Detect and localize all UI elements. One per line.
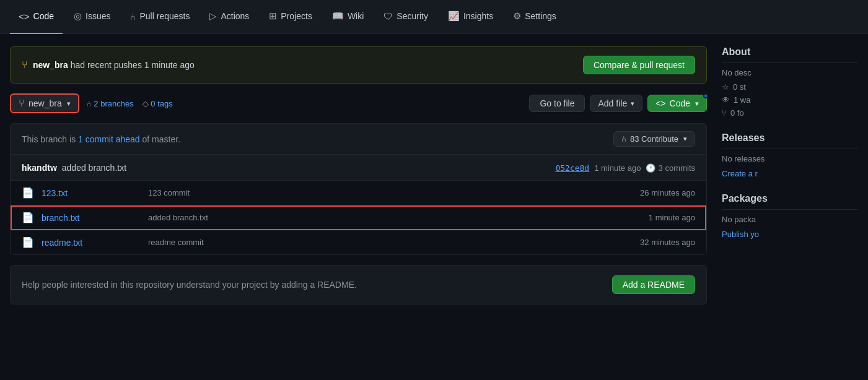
releases-section: Releases No releases Create a r bbox=[722, 132, 858, 178]
commits-history-link[interactable]: 🕐 3 commits bbox=[646, 163, 695, 173]
file-name-branch[interactable]: branch.txt bbox=[42, 213, 141, 223]
add-file-label: Add file bbox=[598, 98, 627, 108]
push-banner: ⑂ new_bra had recent pushes 1 minute ago… bbox=[10, 46, 707, 84]
nav-wiki-label: Wiki bbox=[348, 11, 364, 21]
tags-label: tags bbox=[157, 99, 173, 108]
main-container: ⑂ new_bra had recent pushes 1 minute ago… bbox=[0, 34, 868, 304]
tags-icon: ◇ bbox=[142, 99, 149, 108]
branch-name-highlight: new_bra bbox=[33, 60, 68, 70]
nav-issues[interactable]: ◎ Issues bbox=[65, 0, 119, 34]
branch-dropdown-icon: ▾ bbox=[67, 100, 71, 108]
code-icon: <> bbox=[19, 11, 30, 22]
packages-section: Packages No packa Publish yo bbox=[722, 193, 858, 239]
commit-meta: 052ce8d 1 minute ago 🕐 3 commits bbox=[555, 163, 695, 173]
file-name-123[interactable]: 123.txt bbox=[42, 188, 141, 198]
branches-icon: ⑃ bbox=[87, 99, 92, 108]
commit-hash-link[interactable]: 052ce8d bbox=[555, 163, 589, 173]
file-icon-123: 📄 bbox=[22, 187, 34, 199]
branches-label: branches bbox=[100, 99, 133, 108]
nav-pull-requests-label: Pull requests bbox=[139, 11, 190, 21]
nav-actions[interactable]: ▷ Actions bbox=[201, 0, 258, 34]
branch-selector-icon: ⑂ bbox=[19, 98, 25, 109]
file-row-readme: 📄 readme.txt readme commit 32 minutes ag… bbox=[11, 230, 706, 254]
add-file-button[interactable]: Add file ▾ bbox=[590, 95, 642, 112]
branch-selector[interactable]: ⑂ new_bra ▾ bbox=[10, 93, 79, 113]
forks-stat: ⑂ 0 fo bbox=[722, 108, 858, 118]
forks-value: 0 fo bbox=[730, 108, 744, 118]
stars-stat: ☆ 0 st bbox=[722, 82, 858, 92]
nav-settings[interactable]: ⚙ Settings bbox=[504, 0, 565, 34]
stars-value: 0 st bbox=[733, 82, 746, 92]
packages-title: Packages bbox=[722, 193, 858, 210]
branch-icon: ⑂ bbox=[22, 59, 28, 71]
sidebar: About No desc ☆ 0 st 👁 1 wa ⑂ 0 fo Relea… bbox=[722, 46, 858, 304]
issues-icon: ◎ bbox=[74, 11, 82, 22]
settings-icon: ⚙ bbox=[513, 11, 521, 22]
file-commit-msg-readme: readme commit bbox=[148, 238, 633, 247]
readme-banner: Help people interested in this repositor… bbox=[10, 265, 707, 304]
nav-pull-requests[interactable]: ⑃ Pull requests bbox=[121, 0, 198, 34]
commit-ahead-banner: This branch is 1 commit ahead of master.… bbox=[10, 123, 707, 155]
file-commit-msg-123: 123 commit bbox=[148, 188, 633, 197]
nav-security-label: Security bbox=[397, 11, 428, 21]
tags-count-link[interactable]: ◇ 0 tags bbox=[142, 99, 173, 108]
compare-pull-request-button[interactable]: Compare & pull request bbox=[583, 56, 695, 74]
nav-wiki[interactable]: 📖 Wiki bbox=[323, 0, 372, 34]
commit-ahead-text: This branch is 1 commit ahead of master. bbox=[22, 134, 180, 144]
contribute-dropdown-icon: ▾ bbox=[683, 135, 687, 143]
file-table: hkandtw added branch.txt 052ce8d 1 minut… bbox=[10, 155, 707, 255]
tags-count: 0 bbox=[151, 99, 155, 108]
push-banner-mid: had recent pushes bbox=[68, 60, 144, 70]
branch-bar-left: ⑂ new_bra ▾ ⑃ 2 branches ◇ bbox=[10, 93, 173, 113]
nav-issues-label: Issues bbox=[85, 11, 110, 21]
nav-projects[interactable]: ⊞ Projects bbox=[260, 0, 321, 34]
commit-ahead-prefix: This branch is bbox=[22, 134, 78, 144]
branches-count: 2 bbox=[94, 99, 98, 108]
nav-security[interactable]: 🛡 Security bbox=[375, 0, 437, 34]
file-row-branch: 📄 branch.txt added branch.txt 1 minute a… bbox=[11, 205, 706, 230]
insights-icon: 📈 bbox=[448, 11, 460, 22]
commit-ahead-suffix: of master. bbox=[140, 134, 180, 144]
no-description: No desc bbox=[722, 68, 858, 77]
branches-link[interactable]: 2 branches bbox=[94, 99, 133, 108]
fork-icon: ⑂ bbox=[722, 108, 727, 118]
nav-code[interactable]: <> Code bbox=[10, 0, 63, 34]
nav-actions-label: Actions bbox=[221, 11, 249, 21]
branches-count-link[interactable]: ⑃ 2 branches bbox=[87, 99, 134, 108]
tags-link[interactable]: 0 tags bbox=[151, 99, 172, 108]
about-section: About No desc ☆ 0 st 👁 1 wa ⑂ 0 fo bbox=[722, 46, 858, 118]
commit-time: 1 minute ago bbox=[594, 163, 641, 173]
nav-code-label: Code bbox=[33, 11, 54, 21]
create-release-link[interactable]: Create a r bbox=[722, 169, 758, 178]
go-to-file-button[interactable]: Go to file bbox=[529, 95, 585, 112]
file-name-readme[interactable]: readme.txt bbox=[42, 238, 141, 248]
file-time-123: 26 minutes ago bbox=[640, 188, 695, 197]
code-button[interactable]: <> Code ▾ bbox=[647, 95, 707, 112]
branch-meta: ⑃ 2 branches ◇ 0 tags bbox=[87, 99, 173, 108]
about-title: About bbox=[722, 46, 858, 63]
file-commit-msg-branch: added branch.txt bbox=[148, 213, 641, 222]
file-row-123: 📄 123.txt 123 commit 26 minutes ago bbox=[11, 181, 706, 205]
code-button-icon: <> bbox=[655, 98, 665, 108]
top-navigation: <> Code ◎ Issues ⑃ Pull requests ▷ Actio… bbox=[0, 0, 868, 34]
commit-ahead-link[interactable]: 1 commit ahead bbox=[78, 134, 140, 144]
push-banner-left: ⑂ new_bra had recent pushes 1 minute ago bbox=[22, 59, 195, 71]
pull-requests-icon: ⑃ bbox=[130, 11, 136, 22]
commit-author[interactable]: hkandtw bbox=[22, 163, 57, 173]
nav-settings-label: Settings bbox=[525, 11, 556, 21]
commit-header-row: hkandtw added branch.txt 052ce8d 1 minut… bbox=[11, 155, 706, 181]
publish-package-link[interactable]: Publish yo bbox=[722, 230, 759, 239]
add-file-dropdown-icon: ▾ bbox=[631, 100, 634, 108]
releases-title: Releases bbox=[722, 132, 858, 149]
watchers-stat: 👁 1 wa bbox=[722, 95, 858, 105]
wiki-icon: 📖 bbox=[332, 11, 344, 22]
branch-selector-name: new_bra bbox=[28, 98, 62, 108]
actions-icon: ▷ bbox=[209, 11, 217, 22]
contribute-label: 83 Contribute bbox=[630, 134, 678, 144]
add-readme-button[interactable]: Add a README bbox=[612, 275, 695, 294]
nav-insights[interactable]: 📈 Insights bbox=[439, 0, 502, 34]
file-area: This branch is 1 commit ahead of master.… bbox=[10, 123, 707, 255]
file-time-readme: 32 minutes ago bbox=[640, 238, 695, 247]
history-icon: 🕐 bbox=[646, 163, 655, 173]
contribute-button[interactable]: ⑃ 83 Contribute ▾ bbox=[613, 131, 695, 147]
